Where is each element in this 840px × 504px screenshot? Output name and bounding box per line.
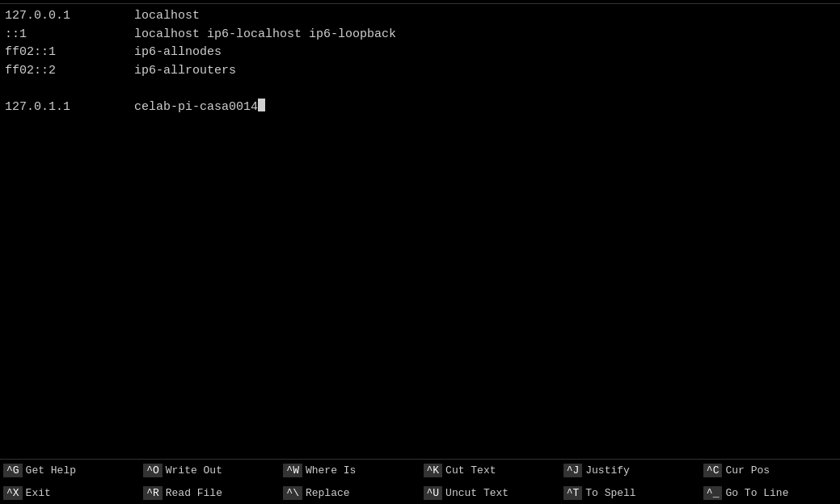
- editor-area[interactable]: 127.0.0.1localhost::1localhost ip6-local…: [0, 4, 840, 459]
- shortcut-item[interactable]: ^_Go To Line: [700, 482, 840, 505]
- shortcut-label: Write Out: [166, 464, 222, 477]
- shortcut-label: Read File: [166, 487, 222, 499]
- shortcut-key: ^_: [703, 486, 723, 500]
- shortcut-bar: ^GGet Help^OWrite Out^WWhere Is^KCut Tex…: [0, 459, 840, 504]
- editor-line: ::1localhost ip6-localhost ip6-loopback: [5, 26, 835, 44]
- ip-address: 127.0.0.1: [5, 7, 134, 26]
- shortcut-item[interactable]: ^TTo Spell: [560, 482, 700, 505]
- ip-address: 127.0.1.1: [5, 99, 134, 117]
- editor-line: 127.0.0.1localhost: [5, 7, 835, 26]
- shortcut-label: Go To Line: [725, 487, 788, 499]
- shortcut-label: Cut Text: [445, 464, 496, 477]
- hostname: ip6-allrouters: [134, 62, 236, 81]
- shortcut-key: ^W: [283, 464, 302, 477]
- shortcut-item[interactable]: ^XExit: [0, 482, 140, 505]
- shortcut-label: Justify: [585, 464, 630, 477]
- ip-address: ::1: [5, 26, 134, 44]
- shortcut-item[interactable]: ^UUncut Text: [420, 482, 560, 505]
- shortcut-item[interactable]: ^WWhere Is: [280, 460, 420, 482]
- ip-address: ff02::2: [5, 62, 134, 81]
- shortcut-key: ^T: [564, 486, 583, 500]
- text-cursor: [258, 99, 265, 111]
- shortcut-key: ^X: [3, 486, 23, 500]
- shortcut-key: ^G: [3, 464, 23, 477]
- editor-line: ff02::1ip6-allnodes: [5, 44, 835, 62]
- shortcut-key: ^R: [143, 486, 163, 500]
- hostname: localhost ip6-localhost ip6-loopback: [134, 26, 396, 44]
- shortcut-item[interactable]: ^\Replace: [280, 482, 420, 505]
- terminal-app: 127.0.0.1localhost::1localhost ip6-local…: [0, 0, 840, 504]
- shortcut-label: Cur Pos: [725, 464, 770, 477]
- ip-address: ff02::1: [5, 44, 134, 62]
- shortcut-label: Where Is: [306, 464, 356, 477]
- shortcut-item[interactable]: ^KCut Text: [420, 460, 560, 482]
- shortcut-key: ^U: [424, 486, 443, 500]
- shortcut-label: Get Help: [26, 464, 76, 477]
- shortcut-item[interactable]: ^OWrite Out: [140, 460, 280, 482]
- shortcut-label: To Spell: [585, 487, 635, 499]
- shortcut-item[interactable]: ^RRead File: [140, 482, 280, 505]
- shortcut-item[interactable]: ^CCur Pos: [700, 460, 840, 482]
- editor-line: 127.0.1.1celab-pi-casa0014: [5, 99, 835, 117]
- hostname: celab-pi-casa0014: [134, 99, 258, 117]
- shortcut-item[interactable]: ^JJustify: [560, 460, 700, 482]
- shortcut-label: Exit: [26, 487, 51, 499]
- shortcut-key: ^\: [283, 486, 302, 500]
- shortcut-label: Uncut Text: [445, 487, 509, 499]
- shortcut-label: Replace: [306, 487, 350, 499]
- hostname: ip6-allnodes: [134, 44, 222, 62]
- shortcut-key: ^K: [424, 464, 443, 477]
- hostname: localhost: [134, 7, 200, 26]
- editor-line: [5, 80, 835, 99]
- shortcut-key: ^J: [564, 464, 583, 477]
- shortcut-key: ^C: [703, 464, 723, 477]
- shortcut-key: ^O: [143, 464, 163, 477]
- shortcut-item[interactable]: ^GGet Help: [0, 460, 140, 482]
- editor-line: ff02::2ip6-allrouters: [5, 62, 835, 81]
